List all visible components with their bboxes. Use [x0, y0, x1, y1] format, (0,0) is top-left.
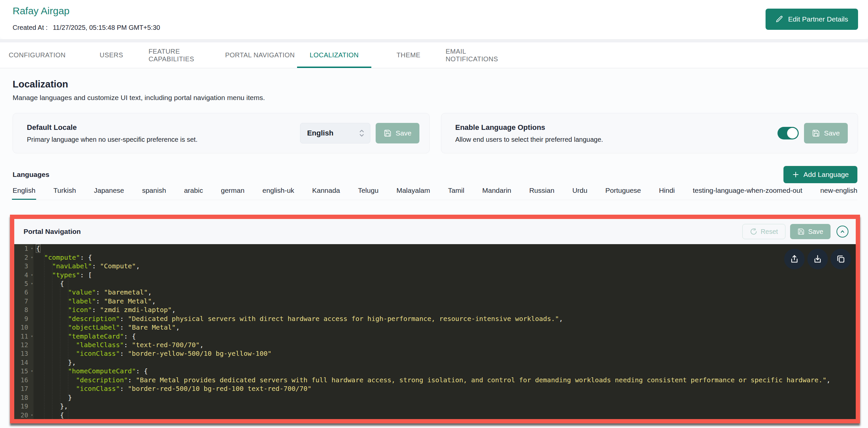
pencil-icon: [775, 15, 783, 23]
tab-email-notifications[interactable]: EMAIL NOTIFICATIONS: [445, 42, 520, 68]
line-number: 11▾: [14, 333, 33, 340]
line-number: 3: [14, 262, 33, 270]
tab-portal-navigation[interactable]: PORTAL NAVIGATION: [223, 42, 297, 68]
language-tab-english-uk[interactable]: english-uk: [262, 187, 294, 200]
language-tab-urdu[interactable]: Urdu: [572, 187, 588, 200]
language-tab-arabic[interactable]: arabic: [184, 187, 203, 200]
language-tab-russian[interactable]: Russian: [529, 187, 554, 200]
portal-navigation-save-button[interactable]: Save: [790, 224, 831, 239]
collapse-panel-button[interactable]: [837, 226, 848, 237]
code-line: 2▾"compute": {: [14, 253, 856, 261]
line-number: 18: [14, 394, 33, 401]
language-tab-spanish[interactable]: spanish: [142, 187, 166, 200]
enable-language-toggle[interactable]: [777, 127, 799, 139]
default-locale-save-button[interactable]: Save: [376, 123, 420, 143]
line-number: 20▾: [14, 411, 33, 419]
add-language-button[interactable]: Add Language: [783, 166, 858, 183]
code-line: 15▾"homeComputeCard": {: [14, 367, 856, 375]
language-options-card: Enable Language Options Allow end users …: [441, 113, 858, 153]
fold-toggle-icon[interactable]: ▾: [31, 334, 33, 338]
portal-navigation-header: Portal Navigation Reset Save: [14, 219, 856, 244]
fold-toggle-icon[interactable]: ▾: [31, 281, 33, 286]
code-line: 4▾"types": [: [14, 270, 856, 279]
tab-configuration[interactable]: CONFIGURATION: [0, 42, 74, 68]
code-line: 9"description": "Dedicated physical serv…: [14, 315, 856, 323]
chevron-up-circle-icon: [839, 228, 846, 235]
tab-localization[interactable]: LOCALIZATION: [297, 42, 371, 68]
toggle-knob: [787, 128, 798, 138]
language-tab-kannada[interactable]: Kannada: [312, 187, 340, 200]
language-tab-telugu[interactable]: Telugu: [358, 187, 379, 200]
language-tabs: EnglishTurkishJapanesespanisharabicgerma…: [12, 187, 858, 200]
tab-users[interactable]: USERS: [74, 42, 149, 68]
page-title: Rafay Airgap: [12, 5, 868, 17]
default-locale-title: Default Locale: [27, 123, 197, 132]
copy-icon[interactable]: [831, 249, 851, 269]
default-locale-card: Default Locale Primary language when no …: [12, 113, 430, 153]
chevron-up-down-icon: [359, 128, 365, 138]
code-line: 13"iconClass": "border-yellow-500/10 bg-…: [14, 349, 856, 358]
language-tab-testing-language-when-zoomed-out[interactable]: testing-language-when-zoomed-out: [692, 187, 802, 200]
code-line: 12"labelClass": "text-red-700/70",: [14, 340, 856, 349]
code-line: 7"label": "Bare Metal",: [14, 297, 856, 305]
language-tab-japanese[interactable]: Japanese: [94, 187, 124, 200]
code-line: 18}: [14, 393, 856, 401]
edit-partner-details-button[interactable]: Edit Partner Details: [766, 9, 858, 30]
floppy-save-icon: [383, 129, 392, 137]
code-line: 1▾{: [14, 244, 856, 253]
refresh-icon: [750, 228, 757, 235]
code-line: 20▾{: [14, 410, 856, 419]
line-number: 2▾: [14, 254, 33, 261]
language-tab-turkish[interactable]: Turkish: [53, 187, 76, 200]
default-locale-selected-value: English: [307, 129, 333, 137]
section-title: Localization: [12, 79, 868, 90]
editor-action-buttons: [784, 249, 851, 269]
tab-theme[interactable]: THEME: [371, 42, 445, 68]
fold-toggle-icon[interactable]: ▾: [31, 273, 33, 277]
language-tab-tamil[interactable]: Tamil: [448, 187, 464, 200]
languages-label: Languages: [12, 171, 50, 178]
localization-content: Localization Manage languages and custom…: [0, 68, 868, 423]
language-tab-german[interactable]: german: [221, 187, 244, 200]
line-number: 16: [14, 376, 33, 384]
fold-toggle-icon[interactable]: ▾: [31, 369, 33, 373]
language-options-title: Enable Language Options: [455, 123, 603, 132]
language-tab-malayalam[interactable]: Malayalam: [397, 187, 430, 200]
json-code-editor[interactable]: 1▾{2▾"compute": {3"navLabel": "Compute",…: [14, 244, 856, 419]
code-line: 16"description": "Bare Metal provides de…: [14, 376, 856, 384]
code-line: 6"value": "baremetal",: [14, 288, 856, 296]
code-line: 19},: [14, 402, 856, 410]
tab-feature-capabilities[interactable]: FEATURE CAPABILITIES: [149, 42, 223, 68]
code-line: 14},: [14, 358, 856, 367]
code-line: 17"iconClass": "border-red-500/10 bg-red…: [14, 384, 856, 393]
header-divider: [0, 39, 868, 42]
language-options-save-button[interactable]: Save: [804, 123, 848, 143]
language-tab-portuguese[interactable]: Portuguese: [606, 187, 641, 200]
reset-button[interactable]: Reset: [742, 224, 785, 239]
floppy-save-icon: [812, 129, 820, 137]
language-tab-new-english[interactable]: new-english: [820, 187, 858, 200]
line-number: 17: [14, 385, 33, 392]
code-line: 3"navLabel": "Compute",: [14, 262, 856, 270]
line-number: 5▾: [14, 280, 33, 287]
created-at: Created At : 11/27/2025, 05:15:48 PM GMT…: [12, 24, 868, 31]
code-line: 5▾{: [14, 279, 856, 288]
highlight-annotation-box: Portal Navigation Reset Save: [10, 215, 860, 423]
language-tab-english[interactable]: English: [12, 187, 35, 200]
main-tabs: CONFIGURATIONUSERSFEATURE CAPABILITIESPO…: [0, 42, 868, 68]
line-number: 13: [14, 350, 33, 357]
upload-icon[interactable]: [784, 249, 805, 269]
fold-toggle-icon[interactable]: ▾: [31, 246, 33, 251]
portal-navigation-title: Portal Navigation: [24, 228, 81, 235]
line-number: 7: [14, 297, 33, 305]
download-icon[interactable]: [807, 249, 828, 269]
code-line: 8"icon": "zmdi zmdi-laptop",: [14, 305, 856, 314]
default-locale-select[interactable]: English: [300, 123, 370, 143]
line-number: 8: [14, 306, 33, 314]
partner-header: Rafay Airgap Created At : 11/27/2025, 05…: [0, 0, 868, 39]
language-tab-mandarin[interactable]: Mandarin: [483, 187, 512, 200]
section-subtitle: Manage languages and customize UI text, …: [12, 94, 858, 102]
language-tab-hindi[interactable]: Hindi: [659, 187, 675, 200]
fold-toggle-icon[interactable]: ▾: [31, 413, 33, 418]
fold-toggle-icon[interactable]: ▾: [31, 255, 33, 260]
